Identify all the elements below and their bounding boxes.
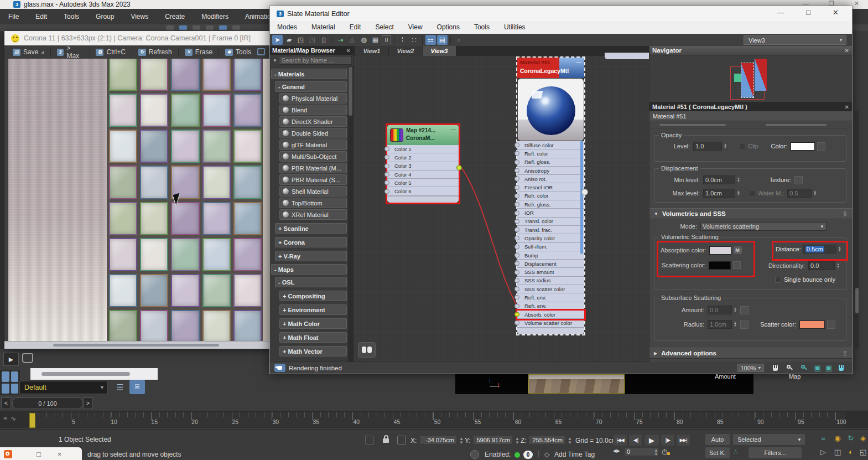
max-level-field[interactable]: 1.0cm [703,189,735,198]
z-coordinate-field[interactable]: 255.554cm [529,436,565,445]
region-render-icon[interactable] [257,48,265,55]
y-coordinate-field[interactable]: 5906.917cm [473,436,513,445]
slot-socket-icon[interactable] [514,295,519,300]
browser-item[interactable]: Double Sided [279,128,347,138]
auto-key-button[interactable]: Auto [705,433,730,446]
scattering-color-swatch[interactable] [709,261,731,270]
previous-frame-button[interactable]: < [1,397,11,409]
slate-menu-item[interactable]: Select [368,21,401,34]
max-menu-item[interactable]: Modifiers [193,9,237,24]
node-slot[interactable]: Anisotropy [517,167,584,175]
side-material-node[interactable] [605,53,649,59]
pick-from-object-icon[interactable]: ◳ [295,35,306,45]
hide-unused-slots-icon[interactable]: ◬ [347,35,357,45]
vfb-copy-button[interactable]: ⧉Ctrl+C [92,47,129,57]
set-key-button[interactable]: Set K. [705,447,730,459]
max-menu-item[interactable]: Group [87,9,122,24]
vfb-tools-button[interactable]: ✱Tools [221,47,255,57]
viewport-layout-icon[interactable] [0,370,20,395]
node-slot[interactable]: Color 4 [387,170,459,179]
next-frame-button[interactable]: > [83,397,93,409]
node-slot[interactable]: Color 5 [387,179,459,187]
slate-menu-item[interactable]: Modes [270,21,304,34]
search-icon[interactable]: ⌕ [454,35,464,45]
node-slot[interactable]: SSS scatter color [517,285,584,293]
pan-to-selection-icon[interactable] [836,364,846,373]
tab-view3[interactable]: View3 [423,46,456,56]
vfb-refresh-button[interactable]: ↻Refresh [134,47,176,57]
opacity-color-map-button[interactable] [817,142,825,151]
select-tool-icon[interactable]: ➤ [272,35,283,45]
browser-item[interactable]: XRef Material [279,209,347,220]
node-view[interactable]: View1 View2 View3 Map #214... CoronaM... [354,46,649,362]
opacity-level-field[interactable]: 1.0 [693,142,722,151]
timeline-ruler[interactable]: 0510152025303540455055606570758085909510… [29,412,845,427]
add-time-tag[interactable]: Add Time Tag [554,451,595,458]
node-slot[interactable]: Refr. env. [517,302,584,311]
tab-view2[interactable]: View2 [389,46,422,56]
slot-socket-icon[interactable] [514,159,519,164]
angle-snap-icon[interactable]: ◉ [832,432,843,443]
current-frame-field[interactable]: 0 [624,447,658,456]
node-slot[interactable]: Transl. frac. [517,226,584,234]
browser-item[interactable]: + Math Vector [279,346,347,356]
frame-range-display[interactable]: 0 / 100 [12,397,83,409]
percent-snap-icon[interactable]: ↻ [845,432,856,443]
show-background-icon[interactable]: ◍ [358,35,369,45]
absorption-map-button[interactable]: M [734,246,742,254]
assign-to-selection-icon[interactable]: ◳ [307,35,318,45]
clip-checkbox[interactable] [739,143,745,149]
pan-hand-icon[interactable] [771,364,781,373]
slot-socket-icon[interactable] [514,278,519,283]
node-scroll-indicator[interactable] [580,141,583,254]
named-selection-set-combo[interactable]: Default ▼ [19,381,108,394]
material-output-socket[interactable] [581,189,588,195]
sss-scatter-color-swatch[interactable] [799,321,825,329]
browser-header[interactable]: Material/Map Browser ✕ [270,46,353,55]
slot-socket-icon[interactable] [514,236,519,241]
align-icon[interactable]: ◐ [845,446,856,457]
browser-item[interactable]: DirectX Shader [279,116,347,127]
slot-socket-icon[interactable] [514,303,519,308]
slot-socket-icon[interactable] [384,189,389,194]
single-bounce-checkbox[interactable] [775,277,781,283]
tab-view1[interactable]: View1 [355,46,388,56]
toolbar-icon[interactable] [206,25,214,30]
close-icon[interactable]: ✕ [833,8,839,17]
node-slot[interactable]: SSS radius [517,277,584,285]
max-menu-item[interactable]: Create [157,9,193,24]
map-node-corona-multimap[interactable]: Map #214... CoronaM... — Color 1 [386,123,460,204]
node-slot[interactable]: Color 2 [387,153,459,162]
distance-field[interactable]: 0.5cm [803,245,836,254]
restore-icon[interactable]: □ [37,450,41,458]
zoom-level-dropdown[interactable]: 100%▼ [737,364,764,372]
slot-socket-icon[interactable] [384,147,389,152]
command-panel-scrollbar[interactable] [855,111,859,349]
node-slot[interactable]: Refr. gloss. [517,200,584,209]
slot-socket-icon[interactable] [384,155,389,160]
browser-item[interactable]: PBR Material (M... [279,163,347,173]
selection-set-dropdown[interactable]: Selected▼ [732,433,805,446]
node-canvas[interactable]: Map #214... CoronaM... — Color 1 [354,56,649,362]
time-config-icon[interactable]: ◷ [662,448,667,456]
browser-item[interactable]: - Maps [271,264,347,275]
node-slot[interactable]: Fresnel IOR [517,183,584,192]
layer-manager-icon[interactable]: ☰ [112,381,128,394]
close-icon[interactable]: ✕ [845,104,849,110]
slot-socket-icon[interactable] [514,261,519,266]
water-level-field[interactable]: 0.5 [787,189,812,198]
slot-socket-icon[interactable] [514,287,519,292]
edit-named-selections-icon[interactable]: ▷ [818,446,829,457]
maximize-icon[interactable]: □ [806,8,810,17]
frame-step-icons[interactable]: ◀▶ [613,448,620,453]
volumetrics-rollout[interactable]: ▼ Volumetrics and SSS ⣿ [649,208,852,219]
node-slot[interactable]: Color 6 [387,187,459,195]
toolbar-icon[interactable] [166,25,174,30]
slot-socket-icon[interactable] [384,163,389,168]
slot-socket-icon[interactable] [514,270,519,275]
navigator-header[interactable]: Navigator ✕ [649,46,852,55]
max-menu-item[interactable]: File [0,9,27,24]
displacement-texture-button[interactable] [794,176,803,184]
close-icon[interactable]: × [58,450,62,458]
slate-titlebar[interactable]: 3 Slate Material Editor — □ ✕ [270,6,852,22]
